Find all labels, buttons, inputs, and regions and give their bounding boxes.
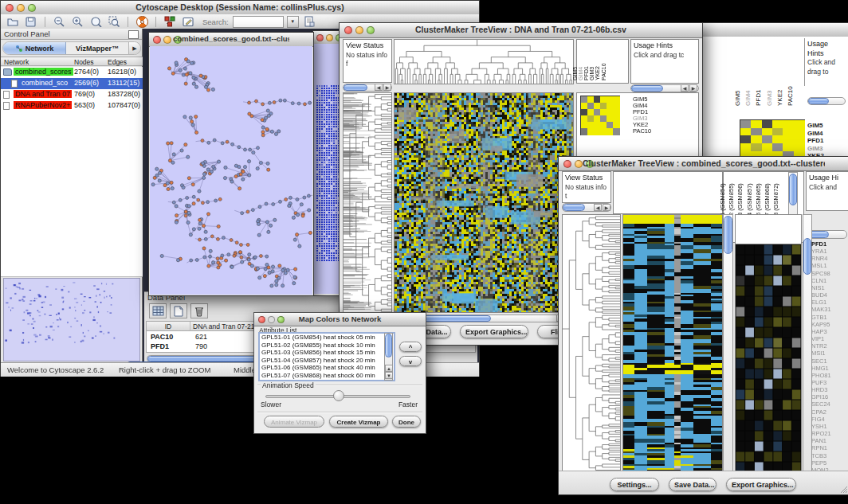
dialog-titlebar[interactable]: Map Colors to Network	[254, 313, 426, 326]
close-icon[interactable]	[6, 4, 14, 12]
tab-vizmapper[interactable]: VizMapper™	[66, 42, 128, 54]
export-graphics-button[interactable]: Export Graphics...	[460, 325, 528, 338]
search-input[interactable]	[233, 16, 284, 28]
animation-speed-slider-thumb[interactable]	[333, 390, 344, 401]
minimize-icon[interactable]	[326, 34, 333, 41]
gene-label[interactable]: RNR4	[811, 255, 848, 262]
gene-label[interactable]: TCB3	[811, 452, 848, 459]
zoom-in-icon[interactable]	[70, 15, 84, 28]
cell-id[interactable]: PAC10	[148, 332, 175, 342]
attribute-item[interactable]: GPL51-06 (GSM865) heat shock 40 min	[260, 364, 394, 372]
gene-label[interactable]: HAP3	[811, 328, 848, 335]
gene-label[interactable]: PFD1	[807, 137, 846, 145]
gene-label[interactable]: PHO81	[811, 372, 848, 379]
main-titlebar[interactable]: Cytoscape Desktop (Session Name: collins…	[1, 1, 479, 15]
gene-label[interactable]: GIM4	[633, 103, 665, 109]
gene-label[interactable]: GIM5	[633, 96, 665, 103]
gene-label[interactable]: VIP1	[811, 335, 848, 342]
save-data-button[interactable]: Save Data...	[669, 478, 716, 491]
float-panel-icon[interactable]	[128, 30, 139, 39]
id-column-header[interactable]: ID	[147, 322, 190, 331]
network-canvas-1[interactable]	[150, 46, 312, 295]
network-table-header[interactable]: Network Nodes Edges	[1, 57, 143, 66]
gene-label[interactable]: GIM5	[807, 122, 846, 130]
move-down-button[interactable]: v	[399, 356, 422, 366]
zoom-fit-icon[interactable]	[88, 15, 103, 28]
annotation-canvas-icon[interactable]	[181, 15, 195, 28]
column-label[interactable]: PAC10	[601, 63, 607, 80]
gene-label[interactable]: PFD1	[811, 240, 848, 248]
tv1-column-dendrogram-panel[interactable]	[394, 39, 574, 84]
create-vizmap-button[interactable]: Create Vizmap	[329, 416, 388, 428]
gene-label[interactable]: MSI1	[811, 350, 848, 357]
gene-label[interactable]: KAP95	[811, 321, 848, 328]
tv1-titlebar[interactable]: ClusterMaker TreeView : DNA and Tran 07-…	[340, 23, 702, 38]
gene-label[interactable]: PEP5	[811, 459, 848, 467]
delete-attribute-icon[interactable]	[190, 303, 208, 318]
minimize-icon[interactable]	[268, 316, 275, 323]
column-label[interactable]: PAC10	[787, 86, 794, 106]
column-label[interactable]: GIM4	[745, 90, 752, 106]
move-up-button[interactable]: ^	[399, 342, 422, 352]
gene-label[interactable]: NIS1	[811, 284, 848, 291]
search-dropdown-icon[interactable]: ▼	[287, 16, 299, 28]
resize-grip-icon[interactable]	[839, 485, 848, 494]
select-attributes-icon[interactable]	[149, 303, 167, 318]
gene-label[interactable]: YRA1	[811, 248, 848, 255]
gene-label[interactable]: YSH1	[811, 423, 848, 430]
plugin-nodes-icon[interactable]	[163, 15, 177, 28]
save-icon[interactable]	[24, 15, 38, 28]
gene-label[interactable]: GIM4	[807, 130, 846, 138]
gene-label[interactable]: GPI16	[811, 393, 848, 400]
report-icon[interactable]	[303, 15, 317, 28]
row-dendrogram-canvas[interactable]	[344, 93, 391, 312]
tv2-zoom-heatmap-panel[interactable]	[735, 244, 802, 472]
gene-label[interactable]: GIM3	[807, 145, 846, 153]
export-graphics-button[interactable]: Export Graphics...	[726, 478, 796, 491]
zoom-out-icon[interactable]	[52, 15, 66, 28]
column-dendrogram-canvas[interactable]	[395, 40, 573, 84]
tv1-global-heatmap-panel[interactable]	[394, 92, 574, 313]
network-row[interactable]: DNA and Tran 07769(0)183728(0)	[1, 89, 143, 100]
attribute-item[interactable]: GPL51-02 (GSM855) heat shock 10 min	[260, 342, 394, 350]
column-label[interactable]: YKE2	[777, 90, 783, 106]
row-dendrogram-canvas[interactable]	[563, 215, 620, 471]
gene-label[interactable]: SPC98	[811, 270, 848, 277]
tv1-row-dendrogram-panel[interactable]	[343, 92, 392, 313]
gene-label[interactable]: YKE2	[633, 122, 665, 128]
gene-label[interactable]: CPA2	[811, 408, 848, 416]
new-attribute-icon[interactable]	[170, 303, 187, 318]
gene-label[interactable]: GTB1	[811, 314, 848, 321]
net1-titlebar[interactable]: combined_scores_good.txt--cluste...	[149, 33, 313, 47]
zoom-selected-icon[interactable]	[107, 15, 121, 28]
gene-label[interactable]: PFD1	[633, 109, 665, 115]
gene-label[interactable]: HMG1	[811, 365, 848, 372]
minimize-icon[interactable]	[163, 36, 171, 44]
zoom-heatmap-canvas[interactable]	[736, 244, 801, 471]
gene-label[interactable]: SEC24	[811, 400, 848, 408]
animate-vizmap-button[interactable]: Animate Vizmap	[264, 416, 324, 428]
gene-label[interactable]: FIG4	[811, 416, 848, 423]
open-file-icon[interactable]	[6, 15, 20, 28]
tv1-zoom-heatmap[interactable]	[581, 96, 619, 135]
birdseye-view-canvas[interactable]	[4, 279, 138, 359]
attribute-item[interactable]: GPL51-07 (GSM868) heat shock 60 min	[260, 372, 394, 380]
network-row[interactable]: combined_sco2569(6)13112(15)	[1, 78, 143, 89]
network-row[interactable]: combined_scores2764(0)16218(0)	[1, 67, 143, 78]
minimize-icon[interactable]	[355, 26, 363, 34]
gene-label[interactable]: RPO21	[811, 430, 848, 437]
help-lifering-icon[interactable]	[135, 15, 149, 28]
close-icon[interactable]	[316, 34, 324, 41]
tv3-titlebar[interactable]	[702, 23, 848, 37]
tab-overflow-icon[interactable]: ▶	[128, 42, 140, 54]
gene-label[interactable]: RPN1	[811, 444, 848, 451]
tv2-row-dendrogram-panel[interactable]	[562, 214, 621, 472]
column-label[interactable]: GIM3	[767, 90, 773, 106]
minimize-icon[interactable]	[575, 160, 583, 168]
gene-label[interactable]: MSL1	[811, 262, 848, 269]
gene-label[interactable]: CLN1	[811, 277, 848, 284]
close-icon[interactable]	[153, 36, 161, 44]
gene-label[interactable]: PAC10	[633, 128, 665, 135]
gene-label[interactable]: PAN1	[811, 437, 848, 444]
close-icon[interactable]	[344, 26, 352, 34]
